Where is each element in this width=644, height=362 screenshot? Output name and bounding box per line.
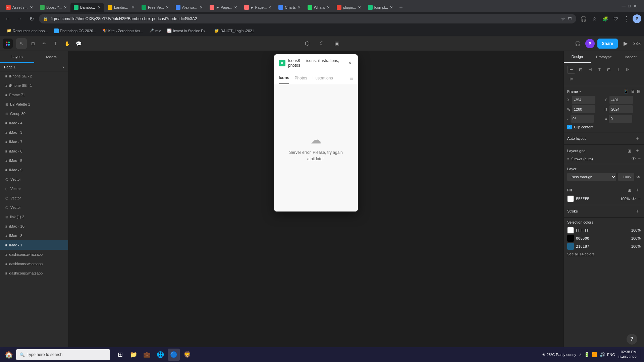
layer-item-imac-4[interactable]: # iMac - 4: [0, 118, 68, 128]
pen-tool-btn[interactable]: ✏: [39, 38, 50, 49]
taskbar-brave[interactable]: 🦁: [181, 349, 193, 361]
back-button[interactable]: ←: [3, 14, 12, 23]
tab-design[interactable]: Design: [564, 51, 591, 63]
bookmark-daiict[interactable]: 🔐 DAIICT_Login -2021: [212, 28, 257, 34]
forward-button[interactable]: →: [15, 14, 24, 23]
move-tool-btn[interactable]: ↖: [16, 38, 27, 49]
reload-button[interactable]: ↻: [27, 14, 36, 23]
wifi-icon[interactable]: 📶: [592, 352, 597, 357]
y-input[interactable]: [609, 96, 633, 104]
fill-add-btn[interactable]: +: [634, 187, 641, 193]
tab-page1[interactable]: ► Page... ✕: [206, 3, 240, 12]
layer-item-imac-3[interactable]: # iMac - 3: [0, 128, 68, 137]
maximize-btn[interactable]: □: [628, 4, 631, 8]
tab-layers[interactable]: Layers: [0, 51, 34, 63]
tab-close-charts[interactable]: ✕: [298, 5, 301, 10]
tab-icon[interactable]: Icon pl... ✕: [365, 3, 396, 12]
fill-delete-btn[interactable]: −: [638, 196, 641, 201]
zoom-level[interactable]: 33%: [633, 41, 641, 46]
hand-tool-btn[interactable]: ✋: [62, 38, 72, 49]
community-icon[interactable]: ⬡: [302, 38, 313, 49]
canvas[interactable]: 8 Icons8 — icons, illustrations, photos …: [68, 51, 564, 349]
frame-expand-icon[interactable]: ⊞: [637, 89, 641, 94]
layer-item-imac-9[interactable]: # iMac - 9: [0, 165, 68, 175]
layer-item-imac-6[interactable]: # iMac - 6: [0, 146, 68, 156]
tab-plugin[interactable]: plugin... ✕: [333, 3, 364, 12]
align-right-btn[interactable]: ⊣: [586, 66, 594, 74]
taskbar-search[interactable]: 🔍 Type here to search: [16, 349, 110, 360]
taskbar-edge[interactable]: 🌐: [154, 349, 166, 361]
tab-alex[interactable]: Alex sa... ✕: [172, 3, 206, 12]
corner-input[interactable]: [571, 115, 594, 123]
x-input[interactable]: [572, 96, 595, 104]
tab-boost[interactable]: Boost Y... ✕: [37, 3, 70, 12]
theme-icon[interactable]: ☾: [317, 38, 327, 49]
h-input[interactable]: [609, 105, 633, 113]
layer-item-dashicons-1[interactable]: # dashicons:whatsapp: [0, 250, 68, 259]
stroke-add-btn[interactable]: +: [634, 208, 641, 215]
cast-icon[interactable]: 🎧: [579, 14, 588, 23]
layer-item-group-30[interactable]: ⊞ Group 30: [0, 109, 68, 118]
volume-icon[interactable]: 🔊: [599, 352, 605, 357]
taskbar-chrome[interactable]: 🔵: [168, 349, 180, 361]
tab-assets[interactable]: Assets: [34, 51, 68, 63]
minimize-btn[interactable]: ─: [622, 3, 625, 9]
layer-item-imac-8[interactable]: # iMac - 8: [0, 231, 68, 240]
tab-close-alex[interactable]: ✕: [200, 5, 203, 10]
modal-nav-illustrations[interactable]: Illustrations: [313, 72, 333, 84]
modal-menu-icon[interactable]: ≡: [350, 75, 353, 81]
extension-icon[interactable]: 🛡: [568, 16, 572, 21]
tab-close-boost[interactable]: ✕: [64, 5, 67, 10]
tab-close-gmail[interactable]: ✕: [30, 5, 33, 10]
frame-desktop-icon[interactable]: 🖥: [631, 89, 635, 94]
layer-item-iphone-se-1[interactable]: # iPhone SE - 1: [0, 81, 68, 90]
layer-item-vector-2[interactable]: ⬡ Vector: [0, 184, 68, 193]
close-btn[interactable]: ✕: [633, 3, 637, 9]
taskbar-task-view[interactable]: ⊞: [114, 349, 126, 361]
address-bar[interactable]: 🔒 figma.com/file/5hncOXBy28tYPJV9bfcH2F/…: [39, 14, 576, 23]
layer-item-imac-5[interactable]: # iMac - 5: [0, 156, 68, 165]
tab-whats[interactable]: What's ✕: [304, 3, 333, 12]
share-button[interactable]: Share: [597, 39, 618, 49]
start-button[interactable]: 🏠: [3, 349, 15, 361]
tab-gmail[interactable]: M Asset s... ✕: [3, 3, 36, 12]
tab-close-whats[interactable]: ✕: [327, 5, 330, 10]
new-tab-button[interactable]: +: [396, 3, 406, 12]
layout-grid-settings-icon[interactable]: ⊞: [626, 147, 633, 154]
extension-puzzle-icon[interactable]: 🧩: [600, 14, 610, 23]
more-icon[interactable]: ⋮: [622, 14, 631, 23]
fill-settings-btn[interactable]: ⊞: [626, 187, 633, 193]
up-arrow-icon[interactable]: ∧: [579, 352, 582, 357]
tab-landing[interactable]: Landin... ✕: [104, 3, 138, 12]
fill-color-swatch[interactable]: [567, 195, 574, 202]
tab-close-icon[interactable]: ✕: [390, 5, 393, 10]
bookmark-resources[interactable]: 📁 Resources and boo...: [4, 28, 51, 34]
text-tool-btn[interactable]: T: [50, 38, 61, 49]
grid-delete-btn[interactable]: −: [638, 156, 641, 161]
taskbar-file-explorer[interactable]: 📁: [127, 349, 140, 361]
layer-item-dashicons-2[interactable]: # dashicons:whatsapp: [0, 259, 68, 268]
frame-label[interactable]: Frame ▾: [567, 89, 581, 94]
help-button[interactable]: ?: [627, 334, 637, 345]
color-swatch-000000[interactable]: [567, 235, 574, 242]
page-selector[interactable]: Page 1 ▾: [0, 63, 68, 71]
bookmark-kite[interactable]: 🪁 Kite - Zerodha's fas...: [100, 28, 146, 34]
tab-close-bamboo[interactable]: ✕: [98, 5, 101, 10]
fill-visibility-btn[interactable]: 👁: [632, 196, 636, 201]
align-center-h-btn[interactable]: ⊡: [577, 66, 585, 74]
modal-nav-photos[interactable]: Photos: [294, 72, 307, 84]
fill-icon[interactable]: ▣: [331, 38, 342, 49]
shield-icon[interactable]: 🛡: [611, 14, 621, 23]
bookmark-photoshop[interactable]: Photoshop CC 2020...: [51, 28, 99, 34]
layer-item-frame-71[interactable]: # Frame 71: [0, 90, 68, 100]
modal-nav-icons[interactable]: Icons: [279, 72, 289, 84]
headphone-icon[interactable]: 🎧: [573, 39, 583, 48]
layer-item-b2-palette[interactable]: ⊞ B2 Palette 1: [0, 100, 68, 109]
frame-phone-icon[interactable]: 📱: [623, 89, 629, 94]
tab-close-page2[interactable]: ✕: [268, 5, 271, 10]
align-bottom-btn[interactable]: ⊥: [614, 66, 622, 74]
opacity-input[interactable]: [618, 173, 634, 181]
distribute-v-btn[interactable]: ⊫: [567, 75, 575, 83]
layer-item-imac-1[interactable]: # iMac - 1: [0, 240, 68, 250]
layer-item-vector-4[interactable]: ⬡ Vector: [0, 203, 68, 212]
